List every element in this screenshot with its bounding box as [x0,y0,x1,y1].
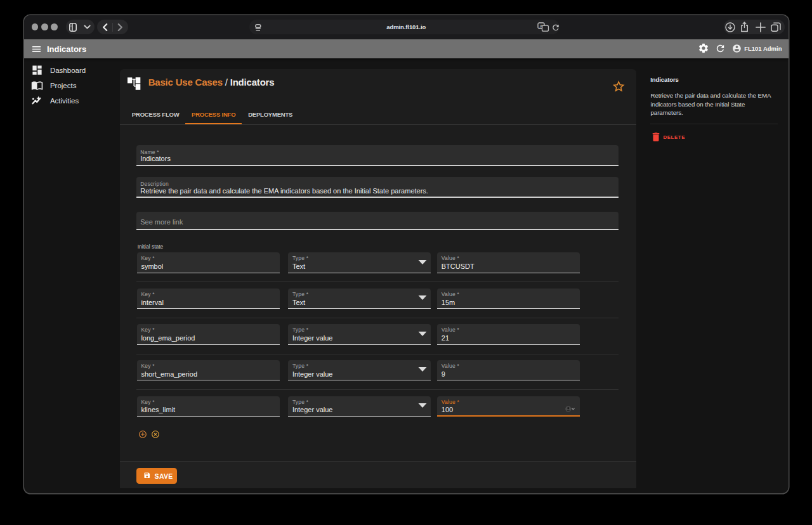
svg-text:A: A [539,24,542,29]
